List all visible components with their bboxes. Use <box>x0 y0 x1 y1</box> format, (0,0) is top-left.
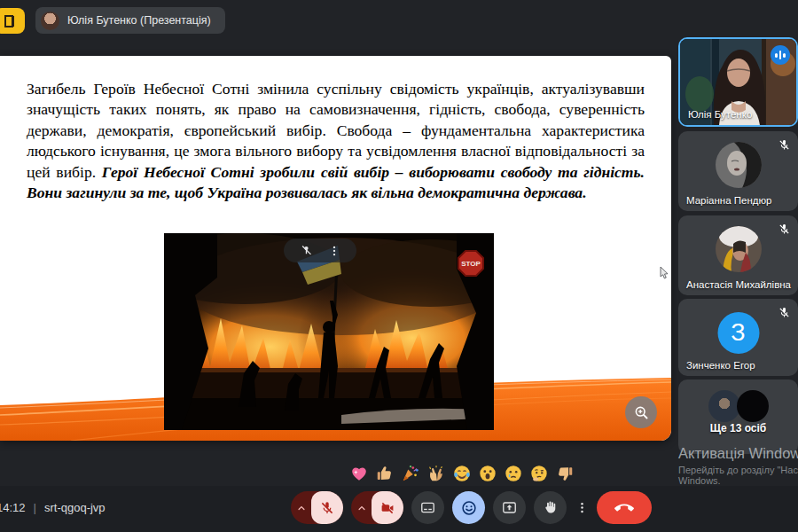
stop-sign-text: STOP <box>461 260 481 268</box>
face-open-mouth-icon[interactable] <box>478 464 497 483</box>
watermark-line3: Windows. <box>678 475 798 486</box>
mic-off-icon <box>778 306 791 319</box>
audio-speaking-indicator <box>771 45 790 65</box>
maidan-photo-graphic: STOP <box>164 233 494 430</box>
camera-options-button[interactable] <box>351 491 372 524</box>
participant-tile-overflow[interactable]: Ще 13 осіб <box>678 379 798 454</box>
anastasiia-avatar <box>716 226 762 272</box>
shared-presentation-slide: Загибель Героїв Небесної Сотні змінила с… <box>0 56 671 441</box>
presenter-avatar <box>41 12 59 30</box>
mic-off-icon <box>778 223 791 236</box>
windows-activation-watermark: Активація Windows Перейдіть до розділу "… <box>678 445 798 486</box>
captions-button[interactable] <box>411 491 444 524</box>
chevron-up-icon <box>295 502 308 514</box>
smiley-icon <box>460 499 478 517</box>
meet-app: Юлія Бутенко (Презентація) Загибель Геро… <box>0 0 798 532</box>
sparkling-heart-icon[interactable] <box>349 464 369 483</box>
mic-control-group <box>291 491 343 524</box>
participant-name: Юлія Бутенко <box>688 109 752 120</box>
face-crying-icon[interactable] <box>504 464 523 483</box>
letter-avatar-text: З <box>731 319 745 347</box>
thumbs-up-icon[interactable] <box>375 464 395 483</box>
more-options-icon[interactable] <box>328 245 340 257</box>
zoom-button[interactable] <box>625 396 657 428</box>
participant-name: Анастасія Михайлівна <box>686 279 791 290</box>
watermark-title: Активація Windows <box>678 445 798 462</box>
slide-text-emphasis: Герої Небесної Сотні зробили свій вибір … <box>27 163 645 201</box>
door-icon <box>3 14 17 28</box>
marianna-avatar <box>716 142 762 188</box>
maidan-photo: STOP <box>164 233 494 430</box>
mic-off-icon <box>778 138 791 152</box>
participant-tile-yuliia[interactable]: Юлія Бутенко <box>678 37 798 127</box>
meeting-code: srt-qgoq-jvp <box>44 501 106 514</box>
face-thinking-icon[interactable] <box>529 464 549 483</box>
mic-off-icon <box>319 500 335 516</box>
meeting-info: 14:12 | srt-qgoq-jvp <box>0 501 106 514</box>
watermark-line2: Перейдіть до розділу "Настр <box>678 465 798 475</box>
present-screen-icon <box>501 499 518 516</box>
reactions-bar <box>349 461 575 486</box>
chevron-up-icon <box>356 502 368 514</box>
mic-options-button[interactable] <box>291 491 311 524</box>
overflow-count-label: Ще 13 осіб <box>710 422 767 434</box>
participant-name: Зинченко Егор <box>686 360 755 371</box>
captions-icon <box>419 499 436 516</box>
tile-hover-controls <box>284 239 356 262</box>
end-call-button[interactable] <box>597 491 652 524</box>
more-options-icon <box>575 499 589 516</box>
presenter-label: Юлія Бутенко (Презентація) <box>67 14 211 27</box>
presenter-pill[interactable]: Юлія Бутенко (Презентація) <box>35 7 225 34</box>
mouse-cursor <box>660 267 670 279</box>
mic-mute-button[interactable] <box>311 491 343 524</box>
participant-tile-marianna[interactable]: Маріанна Пендюр <box>678 131 798 211</box>
overflow-avatar-photo <box>708 390 740 422</box>
camera-off-button[interactable] <box>372 491 403 524</box>
bottom-bar: 14:12 | srt-qgoq-jvp <box>0 486 798 532</box>
more-options-button[interactable] <box>575 491 589 524</box>
camera-off-icon <box>379 500 395 516</box>
unpin-icon[interactable] <box>300 244 313 257</box>
present-screen-button[interactable] <box>493 491 526 524</box>
participant-tile-zynchenko[interactable]: З Зинченко Егор <box>678 299 798 376</box>
separator: | <box>34 501 36 514</box>
app-badge-icon[interactable] <box>0 8 25 34</box>
raise-hand-icon <box>542 499 559 516</box>
participant-tile-anastasiia[interactable]: Анастасія Михайлівна <box>678 215 798 295</box>
call-controls <box>291 491 652 524</box>
slide-paragraph: Загибель Героїв Небесної Сотні змінила с… <box>27 79 645 203</box>
face-joy-icon[interactable] <box>452 464 472 483</box>
clock-time: 14:12 <box>0 501 26 514</box>
zynchenko-letter-avatar: З <box>717 312 759 354</box>
overflow-avatar-dark <box>737 390 769 422</box>
magnifier-plus-icon <box>633 404 650 421</box>
end-call-icon <box>614 498 634 518</box>
overflow-avatars <box>708 390 769 422</box>
participant-name: Маріанна Пендюр <box>686 195 772 206</box>
reactions-button[interactable] <box>452 491 485 524</box>
party-popper-icon[interactable] <box>401 464 420 483</box>
clapping-hands-icon[interactable] <box>426 464 446 483</box>
camera-control-group <box>351 491 403 524</box>
thumbs-down-icon[interactable] <box>555 464 575 483</box>
raise-hand-button[interactable] <box>534 491 567 524</box>
